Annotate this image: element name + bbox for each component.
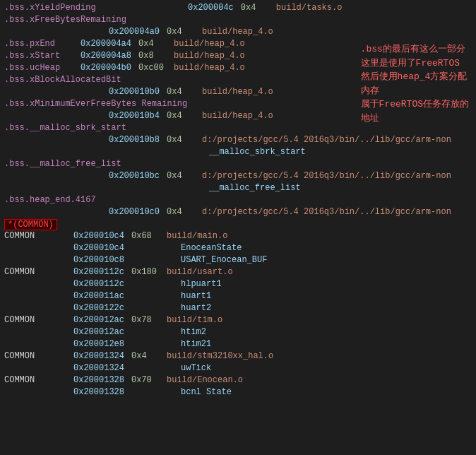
symbol: htim2 bbox=[174, 327, 206, 337]
code-line: __malloc_sbrk_start bbox=[0, 147, 476, 159]
addr: 0x200010b4 bbox=[89, 111, 167, 121]
addr: 0x200012e8 bbox=[54, 339, 131, 349]
code-line: COMMON 0x200012ac 0x78 build/tim.o bbox=[0, 315, 476, 327]
annotation-line2: 这里是使用了FreeRTOS bbox=[361, 57, 469, 71]
bss-label: .bss.heap_end.4167 bbox=[4, 195, 160, 205]
bss-label: .bss.pxEnd bbox=[4, 39, 61, 49]
file: build/heap_4.o bbox=[202, 87, 273, 97]
addr: 0x200004b0 bbox=[61, 63, 138, 73]
annotation-box: .bss的最后有这么一部分 这里是使用了FreeRTOS 然后使用heap_4方… bbox=[361, 42, 469, 125]
bss-label: .bss.xFreeBytesRemaining bbox=[4, 15, 160, 25]
code-line: 0x200010bc 0x4 d:/projects/gcc/5.4 2016q… bbox=[0, 171, 476, 183]
size: 0x4 bbox=[167, 111, 202, 121]
bss-label: .bss.__malloc_sbrk_start bbox=[4, 123, 160, 133]
file: d:/projects/gcc/5.4 2016q3/bin/../lib/gc… bbox=[202, 171, 451, 181]
size: 0x70 bbox=[131, 375, 167, 385]
addr: 0x200004a0 bbox=[89, 27, 167, 37]
symbol: hlpuart1 bbox=[174, 279, 222, 289]
file: build/heap_4.o bbox=[174, 39, 245, 49]
bss-label: .bss.ucHeap bbox=[4, 63, 61, 73]
file: build/Enocean.o bbox=[167, 375, 243, 385]
symbol: uwTick bbox=[174, 363, 211, 373]
symbol: EnoceanState bbox=[174, 243, 242, 253]
size: 0x78 bbox=[131, 315, 167, 325]
code-line: COMMON 0x200010c4 0x68 build/main.o bbox=[0, 231, 476, 243]
file: build/tasks.o bbox=[276, 3, 343, 13]
code-line: .bss.__malloc_free_list bbox=[0, 159, 476, 171]
symbol: __malloc_free_list bbox=[167, 183, 301, 193]
bss-label: .bss.xMinimumEverFreeBytes Remaining bbox=[4, 99, 187, 109]
size: 0x4 bbox=[131, 351, 167, 361]
addr: 0x200010bc bbox=[89, 171, 167, 181]
section-label: COMMON bbox=[4, 267, 54, 277]
code-line: 0x200011ac huart1 bbox=[0, 291, 476, 303]
annotation-line1: .bss的最后有这么一部分 bbox=[361, 42, 469, 57]
addr: 0x20001324 bbox=[54, 351, 131, 361]
file: build/tim.o bbox=[167, 315, 222, 325]
common-highlight: *(COMMON) bbox=[4, 219, 57, 230]
annotation-line6: 地址 bbox=[361, 112, 469, 126]
symbol: bcnl State bbox=[174, 387, 232, 397]
symbol: USART_Enocean_BUF bbox=[174, 255, 267, 265]
addr: 0x200010b0 bbox=[89, 87, 167, 97]
addr: 0x2000112c bbox=[54, 267, 131, 277]
symbol: __malloc_sbrk_start bbox=[167, 147, 306, 157]
addr: 0x200012ac bbox=[54, 315, 131, 325]
code-line: COMMON 0x20001328 0x70 build/Enocean.o bbox=[0, 375, 476, 387]
code-line: 0x20001328 bcnl State bbox=[0, 387, 476, 399]
code-line: COMMON 0x2000112c 0x180 build/usart.o bbox=[0, 267, 476, 279]
addr: 0x200004c bbox=[160, 3, 241, 13]
addr: 0x20001328 bbox=[54, 375, 131, 385]
size: 0x4 bbox=[241, 3, 276, 13]
code-line: 0x2000122c huart2 bbox=[0, 303, 476, 315]
addr: 0x200010c4 bbox=[54, 243, 131, 253]
code-line: .bss.heap_end.4167 bbox=[0, 195, 476, 207]
addr: 0x200004a4 bbox=[61, 39, 138, 49]
code-line: 0x200010c4 EnoceanState bbox=[0, 243, 476, 255]
code-line: 0x2000112c hlpuart1 bbox=[0, 279, 476, 291]
size: 0x8 bbox=[138, 51, 174, 61]
file: build/heap_4.o bbox=[174, 63, 245, 73]
code-line: .bss.xFreeBytesRemaining bbox=[0, 15, 476, 27]
bss-label: .bss.xYieldPending bbox=[4, 3, 160, 13]
addr: 0x20001324 bbox=[54, 363, 131, 373]
addr: 0x200004a8 bbox=[61, 51, 138, 61]
code-line: 0x20001324 uwTick bbox=[0, 363, 476, 375]
size: 0x180 bbox=[131, 267, 167, 277]
section-label: COMMON bbox=[4, 351, 54, 361]
file: build/heap_4.o bbox=[202, 27, 273, 37]
file: d:/projects/gcc/5.4 2016q3/bin/../lib/gc… bbox=[202, 207, 451, 217]
file: build/stm3210xx_hal.o bbox=[167, 351, 273, 361]
common-highlight-line: *(COMMON) bbox=[0, 219, 476, 231]
addr: 0x2000112c bbox=[54, 279, 131, 289]
section-label: COMMON bbox=[4, 315, 54, 325]
addr: 0x200010c8 bbox=[54, 255, 131, 265]
symbol: htim21 bbox=[174, 339, 211, 349]
file: build/usart.o bbox=[167, 267, 233, 277]
section-label: COMMON bbox=[4, 375, 54, 385]
annotation-line5: 属于FreeRTOS任务存放的 bbox=[361, 98, 469, 112]
code-container: .bss的最后有这么一部分 这里是使用了FreeRTOS 然后使用heap_4方… bbox=[0, 0, 476, 455]
size: 0x4 bbox=[138, 39, 174, 49]
file: build/heap_4.o bbox=[174, 51, 245, 61]
size: 0x4 bbox=[167, 27, 202, 37]
bss-label: .bss.__malloc_free_list bbox=[4, 159, 160, 169]
addr: 0x200010c0 bbox=[89, 207, 167, 217]
size: 0x4 bbox=[167, 171, 202, 181]
code-line: 0x200010c8 USART_Enocean_BUF bbox=[0, 255, 476, 267]
size: 0x4 bbox=[167, 87, 202, 97]
annotation-line4: 内存 bbox=[361, 84, 469, 98]
size: 0x68 bbox=[131, 231, 167, 241]
symbol: huart1 bbox=[174, 291, 211, 301]
code-line: .bss.xYieldPending 0x200004c 0x4 build/t… bbox=[0, 3, 476, 15]
code-line: 0x200010c0 0x4 d:/projects/gcc/5.4 2016q… bbox=[0, 207, 476, 219]
file: build/main.o bbox=[167, 231, 227, 241]
addr: 0x200012ac bbox=[54, 327, 131, 337]
section-label: COMMON bbox=[4, 231, 54, 241]
size: 0x4 bbox=[167, 207, 202, 217]
code-line: __malloc_free_list bbox=[0, 183, 476, 195]
addr: 0x200010b8 bbox=[89, 135, 167, 145]
file: d:/projects/gcc/5.4 2016q3/bin/../lib/gc… bbox=[202, 135, 451, 145]
addr: 0x2000122c bbox=[54, 303, 131, 313]
code-line: 0x200012ac htim2 bbox=[0, 327, 476, 339]
